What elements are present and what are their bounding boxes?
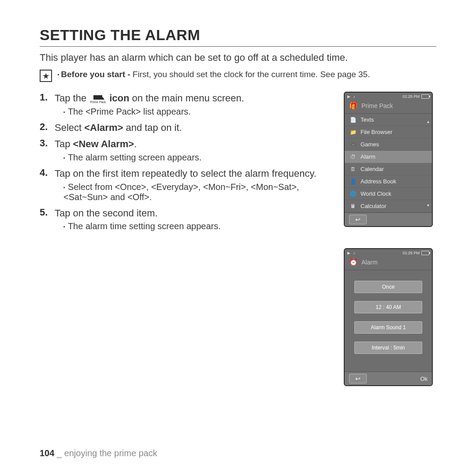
back-button[interactable]: ↩ — [349, 215, 367, 224]
page-title: SETTING THE ALARM — [40, 26, 436, 44]
step-5: Tap on the second item. ▪The alarm time … — [40, 207, 331, 232]
step-4: Tap on the first item repeatedly to sele… — [40, 167, 331, 202]
menu-item-label: Alarm — [361, 153, 376, 160]
menu-item-icon: 🗓 — [350, 166, 356, 172]
menu-item-icon: 📄 — [350, 117, 356, 123]
menu-item-label: Texts — [361, 116, 374, 123]
step-2: Select <Alarm> and tap on it. — [40, 121, 331, 134]
menu-item-icon: 📁 — [350, 129, 356, 135]
menu-item-label: World Clock — [361, 190, 391, 197]
menu-item-icon: 🖩 — [350, 203, 356, 209]
menu-item-texts[interactable]: 📄Texts — [345, 114, 432, 126]
steps-list: Tap the Prime Pack icon on the main menu… — [40, 92, 331, 231]
menu-item-address-book[interactable]: 👤Address Book — [345, 175, 432, 188]
menu-item-world-clock[interactable]: 🌐World Clock — [345, 188, 432, 200]
status-bar: ▶ ♪ 01:25 PM — [345, 93, 432, 100]
back-button[interactable]: ↩ — [349, 374, 367, 383]
note-text: ▪Before you start - First, you should se… — [57, 70, 370, 79]
page-footer: 104 _ enjoying the prime pack — [40, 448, 157, 458]
alarm-clock-icon: ⏰ — [349, 258, 358, 266]
menu-item-label: Calendar — [361, 166, 384, 172]
alarm-setting-row-0[interactable]: Once — [354, 281, 422, 293]
menu-item-label: File Browser — [361, 129, 392, 135]
menu-item-icon: ⏱ — [350, 154, 356, 160]
screenshot-prime-pack: ▶ ♪ 01:25 PM 🎁 Prime Pack 📄Texts📁File Br… — [344, 92, 433, 227]
menu-item-alarm[interactable]: ⏱Alarm — [345, 151, 432, 163]
menu-item-icon: 🎮 — [350, 141, 356, 148]
menu-item-label: Calculator — [361, 203, 387, 209]
before-you-start-note: ★ ▪Before you start - First, you should … — [40, 70, 436, 82]
alarm-setting-row-1[interactable]: 12 : 40 AM — [354, 301, 422, 313]
star-icon: ★ — [40, 70, 52, 82]
menu-item-file-browser[interactable]: 📁File Browser — [345, 126, 432, 138]
menu-item-icon: 🌐 — [350, 191, 356, 197]
status-bar: ▶ ♪ 01:25 PM — [345, 249, 432, 256]
menu-item-calendar[interactable]: 🗓Calendar — [345, 163, 432, 175]
menu-item-icon: 👤 — [350, 178, 356, 185]
alarm-setting-row-3[interactable]: Interval : 5min — [354, 342, 422, 354]
title-rule — [40, 46, 436, 47]
gift-icon: 🎁 — [349, 101, 358, 110]
ok-button[interactable]: Ok — [420, 376, 428, 382]
menu-item-label: Address Book — [361, 178, 396, 185]
scroll-down-icon: ▾ — [427, 203, 429, 208]
screen-header: 🎁 Prime Pack — [345, 100, 432, 114]
prime-pack-icon: Prime Pack — [90, 100, 106, 104]
menu-item-label: Games — [361, 141, 379, 148]
screenshot-alarm-settings: ▶ ♪ 01:25 PM ⏰ Alarm Once12 : 40 AMAlarm… — [344, 248, 433, 386]
menu-item-calculator[interactable]: 🖩Calculator — [345, 200, 432, 212]
screen-header: ⏰ Alarm — [345, 256, 432, 270]
step-1: Tap the Prime Pack icon on the main menu… — [40, 92, 331, 117]
scroll-up-icon: ▴ — [427, 119, 429, 124]
alarm-setting-row-2[interactable]: Alarm Sound 1 — [354, 321, 422, 334]
step-3: Tap <New Alarm>. ▪The alarm setting scre… — [40, 138, 331, 163]
menu-item-games[interactable]: 🎮Games — [345, 138, 432, 151]
intro-text: This player has an alarm which can be se… — [40, 52, 436, 63]
